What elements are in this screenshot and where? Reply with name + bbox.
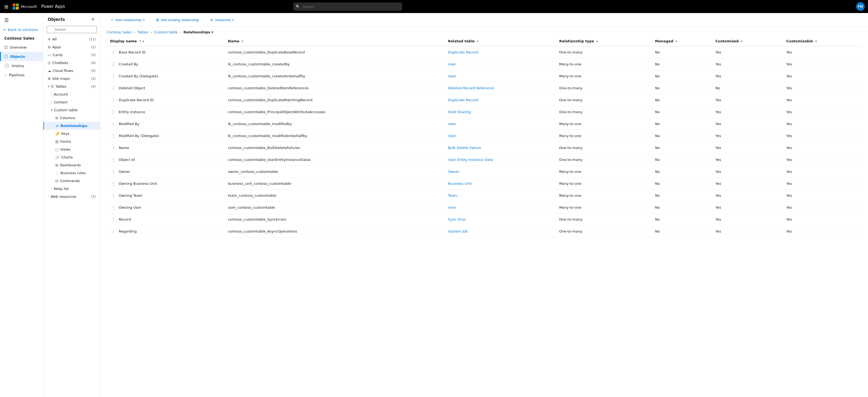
row-menu-icon[interactable]: ⋮ [110,216,117,223]
sidebar-item-views[interactable]: □ Views [43,145,100,153]
advanced-button[interactable]: ≋ Advanced ▾ [207,16,237,24]
topbar-search-input[interactable] [293,3,402,10]
microsoft-logo: Microsoft [13,3,37,9]
row-menu-icon[interactable]: ⋮ [110,169,117,175]
sidebar-item-charts[interactable]: 📈 Charts [43,153,100,161]
display-name-value[interactable]: Owning User [119,205,141,209]
sidebar-item-tables[interactable]: ▾ ⊟ Tables (4) [43,83,100,90]
table-row: ⋮ Regarding contoso_customtable_AsyncOpe… [107,226,862,237]
apps-icon: ⊞ [48,45,51,49]
cell-related-table: Business Unit [445,178,556,190]
sidebar-item-commands[interactable]: ⊟ Commands [43,177,100,185]
sidebar-item-all[interactable]: ≡ All (11) [43,35,100,43]
display-name-value[interactable]: Regarding [119,229,136,233]
display-name-value[interactable]: Name [119,146,129,150]
cell-related-table: Owner [445,166,556,178]
row-menu-icon[interactable]: ⋮ [110,61,117,67]
cell-customized: Yes [712,142,783,154]
sidebar-item-apps[interactable]: ⊞ Apps (2) [43,43,100,51]
row-menu-icon[interactable]: ⋮ [110,157,117,163]
history-icon: 🕐 [4,63,9,68]
sidebar-item-webresources[interactable]: › Web resources (3) [43,193,100,201]
display-name-value[interactable]: Base Record ID [119,50,146,54]
waffle-icon[interactable]: ⊞ [3,3,9,10]
sidebar-item-dashboards[interactable]: ⊞ Dashboards [43,161,100,169]
row-menu-icon[interactable]: ⋮ [110,204,117,210]
breadcrumb-tables[interactable]: Tables [137,30,148,34]
row-menu-icon[interactable]: ⋮ [110,228,117,234]
cell-relationship-type: One-to-many [556,154,652,166]
row-menu-icon[interactable]: ⋮ [110,180,117,187]
sidebar-item-cards[interactable]: ▭ Cards (0) [43,51,100,59]
col-header-related-table[interactable]: Related table ▾ [445,36,556,46]
sidebar-item-customtable[interactable]: ▾ Custom table [43,106,100,114]
display-name-value[interactable]: Created By (Delegate) [119,74,158,78]
sidebar-item-account[interactable]: › Account [43,90,100,98]
nav-item-overview[interactable]: ⊡ Overview [0,42,43,52]
row-menu-icon[interactable]: ⋮ [110,192,117,199]
col-header-customized[interactable]: Customized ▾ [712,36,783,46]
sidebar-item-businessrules[interactable]: ⋮ Business rules [43,169,100,177]
sidebar-item-columns[interactable]: ⊞ Columns [43,114,100,122]
display-name-value[interactable]: Deleted Object [119,86,145,90]
sidebar-item-forms[interactable]: ▤ Forms [43,138,100,145]
col-header-managed[interactable]: Managed ▾ [652,36,712,46]
avatar[interactable]: FN [856,2,865,11]
display-name-value[interactable]: Modified By [119,122,140,126]
display-name-value[interactable]: Object Id [119,158,135,162]
cell-managed: No [652,202,712,214]
display-name-value[interactable]: Record [119,217,131,221]
breadcrumb-relationships-dropdown-icon[interactable]: ▾ [212,30,213,34]
sidebar-item-relationships[interactable]: ⇌ Relationships [43,122,100,130]
breadcrumb-custom-table[interactable]: Custom table [154,30,178,34]
row-menu-icon[interactable]: ⋮ [110,97,117,103]
cell-customized: Yes [712,202,783,214]
sidebar-item-maplist[interactable]: › Matp list [43,185,100,193]
back-to-solutions[interactable]: ← Back to solutions [0,25,43,34]
nav-item-history[interactable]: 🕐 History [0,61,43,70]
row-menu-icon[interactable]: ⋮ [110,49,117,55]
display-name-value[interactable]: Modified By (Delegate) [119,134,159,138]
sidebar-item-cloudflows[interactable]: ☁ Cloud flows (0) [43,67,100,75]
row-menu-icon[interactable]: ⋮ [110,145,117,151]
sidebar-count-apps: (2) [91,45,96,49]
row-menu-icon[interactable]: ⋮ [110,133,117,139]
sidebar-close-button[interactable]: ✕ [90,16,96,23]
col-header-customizable[interactable]: Customizable ▾ [783,36,862,46]
nav-overview-label: Overview [10,45,27,49]
relationships-icon: ⇌ [56,124,59,128]
sidebar-item-sitemaps[interactable]: ⊞ Site maps (2) [43,75,100,83]
display-name-value[interactable]: Created By [119,62,138,66]
nav-item-objects[interactable]: ⬡ Objects [0,52,43,61]
cell-related-table: User [445,130,556,142]
display-name-value[interactable]: Entity instance [119,110,145,114]
display-name-value[interactable]: Owning Business Unit [119,181,157,186]
sidebar-item-contact[interactable]: › Contact [43,98,100,106]
sidebar-count-all: (11) [89,37,96,41]
col-header-display-name[interactable]: Display name ↑ ▾ [107,36,225,46]
hamburger-icon[interactable]: ☰ [0,15,43,25]
sort-related-icon: ▾ [477,39,479,43]
display-name-value[interactable]: Owning Team [119,194,143,198]
add-existing-relationship-button[interactable]: ⊞ Add existing relationship [153,16,202,24]
row-menu-icon[interactable]: ⋮ [110,109,117,115]
cell-customizable: Yes [783,226,862,237]
breadcrumb-contoso-sales[interactable]: Contoso Sales [107,30,132,34]
cell-related-table: User [445,202,556,214]
row-menu-icon[interactable]: ⋮ [110,73,117,79]
cell-relationship-type: One-to-many [556,94,652,106]
display-name-value[interactable]: Duplicate Record ID [119,98,154,102]
nav-item-pipelines[interactable]: ⬦ Pipelines [0,70,43,80]
row-menu-icon[interactable]: ⋮ [110,85,117,91]
display-name-value[interactable]: Owner [119,170,130,174]
sidebar-search-input[interactable] [46,26,97,33]
sidebar-item-chatbots[interactable]: ◎ Chatbots (0) [43,59,100,67]
new-relationship-button[interactable]: ＋ New relationship ▾ [107,16,148,24]
col-header-relationship-type[interactable]: Relationship type ▾ [556,36,652,46]
businessrules-icon: ⋮ [55,171,59,175]
maplist-expand-icon: › [51,187,52,191]
col-header-name[interactable]: Name ▾ [225,36,445,46]
sidebar-item-keys[interactable]: 🔑 Keys [43,130,100,138]
advanced-icon: ≋ [210,18,213,22]
row-menu-icon[interactable]: ⋮ [110,121,117,127]
